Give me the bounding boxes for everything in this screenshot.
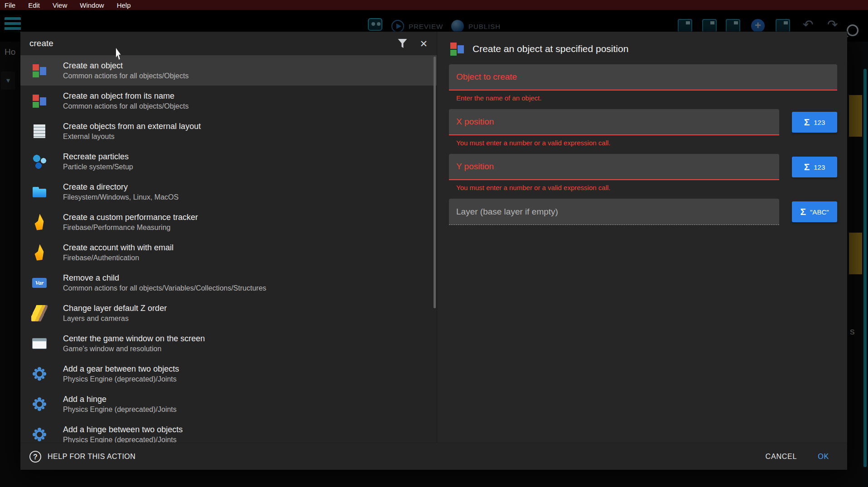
list-item-text: Create objects from an external layout E… (63, 122, 201, 141)
layer-expression-label: "ABC" (810, 208, 829, 216)
layer-field-label: Layer (base layer if empty) (456, 207, 558, 217)
action-subtitle: Common actions for all objects/Objects (63, 102, 188, 110)
help-icon: ? (29, 451, 41, 463)
list-item[interactable]: Remove a child Common actions for all ob… (20, 267, 437, 298)
y-expression-button[interactable]: Σ 123 (792, 157, 837, 177)
x-position-field[interactable]: X position (449, 109, 779, 135)
sigma-icon: Σ (804, 117, 810, 128)
gear-icon (31, 366, 48, 382)
list-item-text: Add a hinge between two objects Physics … (63, 425, 183, 443)
action-title: Remove a child (63, 273, 266, 283)
layers-icon (31, 305, 48, 321)
particles-icon (31, 153, 48, 170)
close-icon[interactable]: ✕ (420, 39, 428, 48)
external-layout-icon (31, 123, 48, 139)
x-field-error: You must enter a number or a valid expre… (456, 139, 837, 147)
action-title: Create a custom performance tracker (63, 213, 198, 222)
action-list: Create an object Common actions for all … (20, 55, 437, 443)
gear-icon (31, 426, 48, 443)
action-subtitle: Physics Engine (deprecated)/Joints (63, 375, 179, 383)
sigma-icon: Σ (804, 162, 810, 172)
menu-view[interactable]: View (53, 1, 67, 9)
menu-file[interactable]: File (5, 1, 15, 9)
list-item[interactable]: Create a custom performance tracker Fire… (20, 207, 437, 237)
action-title: Add a gear between two objects (63, 364, 179, 374)
action-dialog: create ✕ Create an object Common actions… (20, 32, 847, 470)
object-field-helper: Enter the name of an object. (456, 94, 837, 102)
y-field-label: Y position (456, 162, 494, 172)
help-link[interactable]: ? HELP FOR THIS ACTION (29, 451, 766, 463)
action-title: Recreate particles (63, 152, 133, 162)
layer-expression-button[interactable]: Σ "ABC" (792, 201, 837, 222)
ok-button[interactable]: OK (818, 453, 829, 461)
menu-help[interactable]: Help (117, 1, 131, 9)
list-item[interactable]: Add a gear between two objects Physics E… (20, 358, 437, 389)
list-item[interactable]: Create an object from its name Common ac… (20, 86, 437, 116)
action-subtitle: Common actions for all objects/Variables… (63, 284, 266, 292)
action-subtitle: Physics Engine (deprecated)/Joints (63, 406, 177, 414)
list-item[interactable]: Create objects from an external layout E… (20, 116, 437, 146)
action-subtitle: Firebase/Authentication (63, 254, 174, 262)
action-header: Create an object at specified position (449, 39, 837, 59)
list-item-text: Create a custom performance tracker Fire… (63, 213, 198, 232)
list-item-text: Center the game window on the screen Gam… (63, 334, 205, 353)
menubar: File Edit View Window Help (0, 0, 868, 10)
list-item[interactable]: Create an object Common actions for all … (20, 55, 437, 86)
action-subtitle: External layouts (63, 133, 201, 141)
list-item[interactable]: Recreate particles Particle system/Setup (20, 146, 437, 177)
action-title: Center the game window on the screen (63, 334, 205, 344)
x-field-label: X position (456, 117, 494, 127)
list-item[interactable]: Add a hinge Physics Engine (deprecated)/… (20, 389, 437, 419)
list-item-text: Recreate particles Particle system/Setup (63, 152, 133, 171)
menu-window[interactable]: Window (80, 1, 104, 9)
search-input[interactable]: create (29, 38, 398, 48)
y-expression-label: 123 (814, 163, 825, 171)
x-expression-button[interactable]: Σ 123 (792, 112, 837, 133)
list-item[interactable]: Center the game window on the screen Gam… (20, 328, 437, 358)
action-list-panel: create ✕ Create an object Common actions… (20, 32, 437, 443)
action-subtitle: Layers and cameras (63, 315, 167, 323)
action-subtitle: Filesystem/Windows, Linux, MacOS (63, 193, 178, 201)
action-search-bar: create ✕ (20, 32, 437, 55)
y-position-field[interactable]: Y position (449, 154, 779, 180)
list-item-text: Remove a child Common actions for all ob… (63, 273, 266, 292)
action-title: Create a directory (63, 182, 178, 192)
action-title: Create account with with email (63, 243, 174, 253)
list-item-text: Add a hinge Physics Engine (deprecated)/… (63, 395, 177, 414)
object-to-create-field[interactable]: Object to create (449, 64, 837, 91)
list-item-text: Create an object Common actions for all … (63, 61, 188, 80)
list-item[interactable]: Add a hinge between two objects Physics … (20, 419, 437, 443)
list-item-text: Add a gear between two objects Physics E… (63, 364, 179, 383)
menu-edit[interactable]: Edit (28, 1, 40, 9)
action-title: Add a hinge between two objects (63, 425, 183, 434)
list-item-text: Create a directory Filesystem/Windows, L… (63, 182, 178, 201)
action-title: Create an object (63, 61, 188, 71)
list-item-text: Create account with with email Firebase/… (63, 243, 174, 262)
action-subtitle: Physics Engine (deprecated)/Joints (63, 436, 183, 443)
gear-icon (31, 396, 48, 412)
objects-icon (449, 41, 465, 57)
list-item[interactable]: Create account with with email Firebase/… (20, 237, 437, 267)
action-config-panel: Create an object at specified position O… (437, 32, 847, 443)
filter-icon[interactable] (398, 39, 407, 48)
action-title: Create objects from an external layout (63, 122, 201, 131)
object-field-label: Object to create (456, 72, 517, 82)
action-title: Create an object from its name (63, 91, 188, 101)
objects-icon (31, 62, 48, 79)
list-item-text: Change layer default Z order Layers and … (63, 304, 167, 323)
list-scrollbar-thumb[interactable] (434, 57, 436, 308)
cancel-button[interactable]: CANCEL (766, 453, 797, 461)
sigma-icon: Σ (800, 206, 806, 217)
y-field-error: You must enter a number or a valid expre… (456, 184, 837, 191)
list-item[interactable]: Change layer default Z order Layers and … (20, 298, 437, 328)
help-label: HELP FOR THIS ACTION (48, 453, 135, 461)
firebase-icon (31, 214, 48, 230)
action-config-title: Create an object at specified position (473, 43, 628, 54)
folder-icon (31, 184, 48, 200)
firebase-icon (31, 244, 48, 261)
list-item[interactable]: Create a directory Filesystem/Windows, L… (20, 177, 437, 207)
action-subtitle: Firebase/Performance Measuring (63, 224, 198, 232)
action-title: Add a hinge (63, 395, 177, 404)
layer-field[interactable]: Layer (base layer if empty) (449, 199, 779, 225)
x-expression-label: 123 (814, 119, 825, 126)
